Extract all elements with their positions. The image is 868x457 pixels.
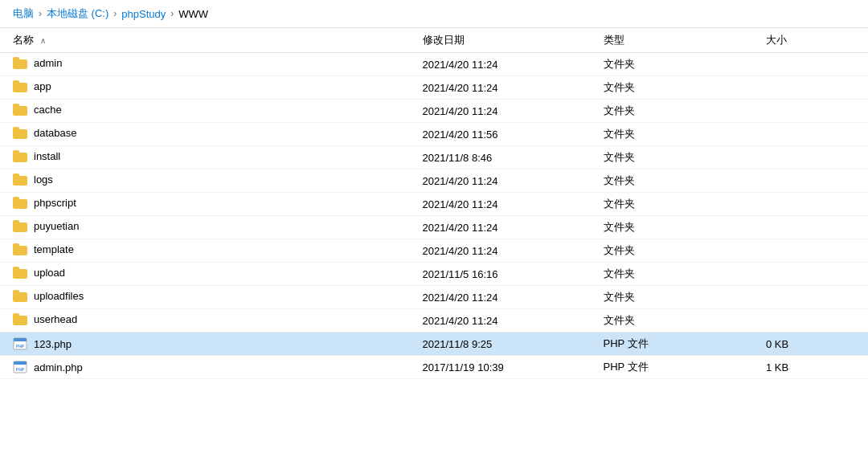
- svg-text:PHP: PHP: [16, 367, 25, 372]
- folder-type: 文件夹: [597, 239, 760, 263]
- file-name-cell: PHP admin.php: [0, 356, 416, 378]
- breadcrumb-phpstudy[interactable]: phpStudy: [121, 8, 166, 20]
- table-row[interactable]: userhead2021/4/20 11:24文件夹: [0, 309, 868, 333]
- table-row[interactable]: database2021/4/20 11:56文件夹: [0, 123, 868, 146]
- folder-size: [760, 123, 868, 146]
- folder-icon: [13, 80, 27, 92]
- folder-name-text: puyuetian: [34, 220, 79, 232]
- folder-name-text: phpscript: [34, 197, 76, 209]
- folder-icon: [13, 197, 27, 209]
- table-row[interactable]: PHP 123.php2021/11/8 9:25PHP 文件0 KB: [0, 333, 868, 356]
- breadcrumb: 电脑 › 本地磁盘 (C:) › phpStudy › WWW: [0, 0, 868, 28]
- table-row[interactable]: template2021/4/20 11:24文件夹: [0, 239, 868, 263]
- file-name-cell: PHP 123.php: [0, 333, 416, 355]
- folder-type: 文件夹: [597, 123, 760, 146]
- folder-icon: [13, 243, 27, 255]
- folder-date: 2021/4/20 11:24: [416, 286, 597, 309]
- folder-size: [760, 193, 868, 216]
- folder-name-text: uploadfiles: [34, 290, 84, 302]
- table-header-row: 名称 ∧ 修改日期 类型 大小: [0, 28, 868, 53]
- file-table-body: admin2021/4/20 11:24文件夹app2021/4/20 11:2…: [0, 53, 868, 379]
- file-size: 1 KB: [760, 356, 868, 379]
- folder-icon: [13, 127, 27, 139]
- table-row[interactable]: install2021/11/8 8:46文件夹: [0, 146, 868, 169]
- breadcrumb-sep-3: ›: [170, 8, 174, 19]
- folder-name-cell: userhead: [0, 309, 416, 329]
- folder-name-text: cache: [34, 104, 62, 116]
- col-header-date[interactable]: 修改日期: [416, 28, 597, 53]
- folder-name-cell: database: [0, 123, 416, 143]
- folder-type: 文件夹: [597, 53, 760, 76]
- breadcrumb-sep-2: ›: [113, 8, 117, 19]
- col-header-type[interactable]: 类型: [597, 28, 760, 53]
- table-row[interactable]: PHP admin.php2017/11/19 10:39PHP 文件1 KB: [0, 356, 868, 379]
- file-size: 0 KB: [760, 333, 868, 356]
- folder-name-cell: phpscript: [0, 193, 416, 213]
- file-table: 名称 ∧ 修改日期 类型 大小 admin2021/4/20 11:24文件夹a…: [0, 28, 868, 379]
- folder-size: [760, 239, 868, 263]
- breadcrumb-local-c[interactable]: 本地磁盘 (C:): [47, 6, 108, 21]
- folder-name-text: install: [34, 150, 60, 162]
- table-row[interactable]: logs2021/4/20 11:24文件夹: [0, 169, 868, 193]
- folder-date: 2021/4/20 11:24: [416, 193, 597, 216]
- svg-text:PHP: PHP: [16, 344, 25, 349]
- table-row[interactable]: app2021/4/20 11:24文件夹: [0, 76, 868, 100]
- table-row[interactable]: puyuetian2021/4/20 11:24文件夹: [0, 216, 868, 239]
- folder-type: 文件夹: [597, 286, 760, 309]
- folder-date: 2021/4/20 11:24: [416, 239, 597, 263]
- folder-size: [760, 309, 868, 333]
- table-row[interactable]: admin2021/4/20 11:24文件夹: [0, 53, 868, 76]
- folder-name-text: app: [34, 80, 51, 92]
- folder-icon: [13, 290, 27, 302]
- php-file-icon: PHP: [13, 337, 27, 351]
- table-row[interactable]: uploadfiles2021/4/20 11:24文件夹: [0, 286, 868, 309]
- folder-type: 文件夹: [597, 216, 760, 239]
- folder-date: 2021/4/20 11:56: [416, 123, 597, 146]
- folder-name-text: template: [34, 243, 74, 255]
- file-type: PHP 文件: [597, 333, 760, 356]
- folder-name-text: userhead: [34, 313, 77, 325]
- folder-type: 文件夹: [597, 100, 760, 123]
- folder-name-cell: template: [0, 239, 416, 259]
- folder-icon: [13, 313, 27, 325]
- folder-date: 2021/4/20 11:24: [416, 100, 597, 123]
- folder-type: 文件夹: [597, 263, 760, 286]
- folder-type: 文件夹: [597, 169, 760, 193]
- folder-icon: [13, 220, 27, 232]
- folder-name-text: upload: [34, 267, 65, 279]
- folder-name-cell: app: [0, 76, 416, 96]
- table-row[interactable]: upload2021/11/5 16:16文件夹: [0, 263, 868, 286]
- folder-type: 文件夹: [597, 146, 760, 169]
- breadcrumb-computer[interactable]: 电脑: [13, 6, 34, 21]
- folder-name-text: database: [34, 127, 77, 139]
- folder-date: 2021/11/8 8:46: [416, 146, 597, 169]
- breadcrumb-sep-1: ›: [39, 8, 42, 19]
- folder-name-cell: uploadfiles: [0, 286, 416, 306]
- breadcrumb-www: WWW: [178, 8, 208, 20]
- file-name-text: 123.php: [34, 338, 72, 350]
- php-file-icon: PHP: [13, 360, 27, 374]
- folder-name-cell: cache: [0, 100, 416, 120]
- folder-name-cell: puyuetian: [0, 216, 416, 236]
- folder-icon: [13, 104, 27, 116]
- folder-name-text: logs: [34, 173, 53, 186]
- col-header-name[interactable]: 名称 ∧: [0, 28, 416, 53]
- folder-date: 2021/4/20 11:24: [416, 309, 597, 333]
- table-row[interactable]: phpscript2021/4/20 11:24文件夹: [0, 193, 868, 216]
- folder-size: [760, 76, 868, 100]
- table-row[interactable]: cache2021/4/20 11:24文件夹: [0, 100, 868, 123]
- svg-rect-4: [14, 361, 27, 365]
- svg-rect-1: [14, 338, 27, 341]
- folder-icon: [13, 150, 27, 162]
- folder-size: [760, 169, 868, 193]
- file-type: PHP 文件: [597, 356, 760, 379]
- folder-size: [760, 216, 868, 239]
- folder-date: 2021/11/5 16:16: [416, 263, 597, 286]
- folder-type: 文件夹: [597, 193, 760, 216]
- file-date: 2017/11/19 10:39: [416, 356, 597, 379]
- col-header-size[interactable]: 大小: [760, 28, 868, 53]
- folder-size: [760, 100, 868, 123]
- folder-type: 文件夹: [597, 76, 760, 100]
- folder-icon: [13, 57, 27, 69]
- folder-size: [760, 263, 868, 286]
